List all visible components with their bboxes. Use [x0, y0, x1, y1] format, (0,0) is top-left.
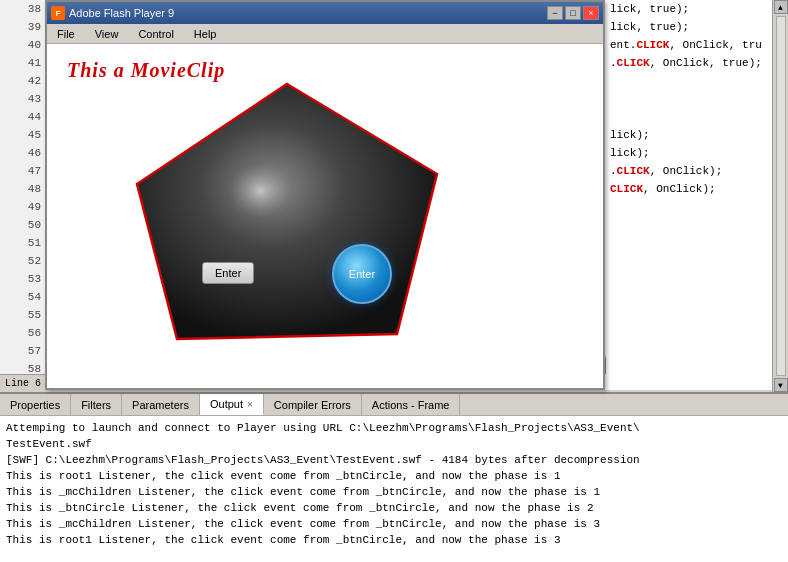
tab-properties[interactable]: Properties — [0, 394, 71, 415]
line-num-57: 57 — [0, 342, 45, 360]
bottom-panel: Properties Filters Parameters Output × C… — [0, 392, 788, 562]
line-num-42: 42 — [0, 72, 45, 90]
line-num-41: 41 — [0, 54, 45, 72]
line-num-40: 40 — [0, 36, 45, 54]
enter-button-circle[interactable]: Enter — [332, 244, 392, 304]
flash-window-controls[interactable]: − □ × — [547, 6, 599, 20]
tabs-bar: Properties Filters Parameters Output × C… — [0, 394, 788, 416]
tab-output[interactable]: Output × — [200, 394, 264, 415]
line-num-43: 43 — [0, 90, 45, 108]
tab-filters-label: Filters — [81, 399, 111, 411]
scroll-down-button[interactable]: ▼ — [774, 378, 788, 392]
tab-compiler-errors[interactable]: Compiler Errors — [264, 394, 362, 415]
flash-titlebar: F Adobe Flash Player 9 − □ × — [47, 2, 603, 24]
tab-actions-frame[interactable]: Actions - Frame — [362, 394, 461, 415]
tab-parameters-label: Parameters — [132, 399, 189, 411]
pentagon-shape — [127, 74, 447, 354]
output-line-4: This is root1 Listener, the click event … — [6, 468, 782, 484]
tab-properties-label: Properties — [10, 399, 60, 411]
code-line-47: .CLICK, OnClick, true); — [605, 54, 788, 72]
code-line-45: lick, true); — [605, 18, 788, 36]
code-line-50 — [605, 108, 788, 126]
line-num-44: 44 — [0, 108, 45, 126]
flash-icon: F — [51, 6, 65, 20]
minimize-button[interactable]: − — [547, 6, 563, 20]
line-num-53: 53 — [0, 270, 45, 288]
line-num-39: 39 — [0, 18, 45, 36]
output-line-1: Attemping to launch and connect to Playe… — [6, 420, 782, 436]
output-line-8: This is root1 Listener, the click event … — [6, 532, 782, 548]
output-content: Attemping to launch and connect to Playe… — [0, 416, 788, 562]
code-line-53: .CLICK, OnClick); — [605, 162, 788, 180]
code-line-56 — [605, 216, 788, 234]
menu-file[interactable]: File — [52, 26, 80, 42]
vertical-scrollbar[interactable]: ▲ ▼ — [772, 0, 788, 392]
tab-actions-frame-label: Actions - Frame — [372, 399, 450, 411]
code-line-57 — [605, 234, 788, 252]
line-num-54: 54 — [0, 288, 45, 306]
line-num-48: 48 — [0, 180, 45, 198]
line-num-45: 45 — [0, 126, 45, 144]
status-text: Line 6 — [5, 378, 41, 389]
tab-parameters[interactable]: Parameters — [122, 394, 200, 415]
tab-compiler-errors-label: Compiler Errors — [274, 399, 351, 411]
code-line-55 — [605, 198, 788, 216]
line-num-38: 38 — [0, 0, 45, 18]
line-num-49: 49 — [0, 198, 45, 216]
line-num-50: 50 — [0, 216, 45, 234]
line-num-52: 52 — [0, 252, 45, 270]
line-numbers-panel: 38 39 40 41 42 43 44 45 46 47 48 49 50 5… — [0, 0, 46, 390]
code-line-48 — [605, 72, 788, 90]
tab-output-close[interactable]: × — [247, 399, 253, 410]
output-line-3: [SWF] C:\Leezhm\Programs\Flash_Projects\… — [6, 452, 782, 468]
output-line-6: This is _btnCircle Listener, the click e… — [6, 500, 782, 516]
tab-filters[interactable]: Filters — [71, 394, 122, 415]
line-num-51: 51 — [0, 234, 45, 252]
line-num-46: 46 — [0, 144, 45, 162]
output-line-2: TestEvent.swf — [6, 436, 782, 452]
tab-output-label: Output — [210, 398, 243, 410]
movie-clip-label: This a MovieClip — [67, 59, 225, 82]
menu-control[interactable]: Control — [133, 26, 178, 42]
flash-title: F Adobe Flash Player 9 — [51, 6, 174, 20]
svg-point-1 — [202, 149, 332, 259]
enter-button-plain[interactable]: Enter — [202, 262, 254, 284]
vertical-scroll-track — [776, 16, 786, 376]
output-line-7: This is _mcChildren Listener, the click … — [6, 516, 782, 532]
close-button[interactable]: × — [583, 6, 599, 20]
code-line-49 — [605, 90, 788, 108]
code-line-51: lick); — [605, 126, 788, 144]
menu-view[interactable]: View — [90, 26, 124, 42]
output-line-5: This is _mcChildren Listener, the click … — [6, 484, 782, 500]
scroll-up-button[interactable]: ▲ — [774, 0, 788, 14]
menu-help[interactable]: Help — [189, 26, 222, 42]
code-line-44: lick, true); — [605, 0, 788, 18]
flash-player-window: F Adobe Flash Player 9 − □ × File View C… — [45, 0, 605, 390]
code-panel: lick, true); lick, true); ent.CLICK, OnC… — [605, 0, 788, 390]
maximize-button[interactable]: □ — [565, 6, 581, 20]
flash-menubar: File View Control Help — [47, 24, 603, 44]
line-num-55: 55 — [0, 306, 45, 324]
flash-title-text: Adobe Flash Player 9 — [69, 7, 174, 19]
line-num-56: 56 — [0, 324, 45, 342]
flash-content-area: This a MovieClip — [47, 44, 603, 388]
code-line-54: CLICK, OnClick); — [605, 180, 788, 198]
code-line-46: ent.CLICK, OnClick, tru — [605, 36, 788, 54]
line-num-47: 47 — [0, 162, 45, 180]
code-line-52: lick); — [605, 144, 788, 162]
